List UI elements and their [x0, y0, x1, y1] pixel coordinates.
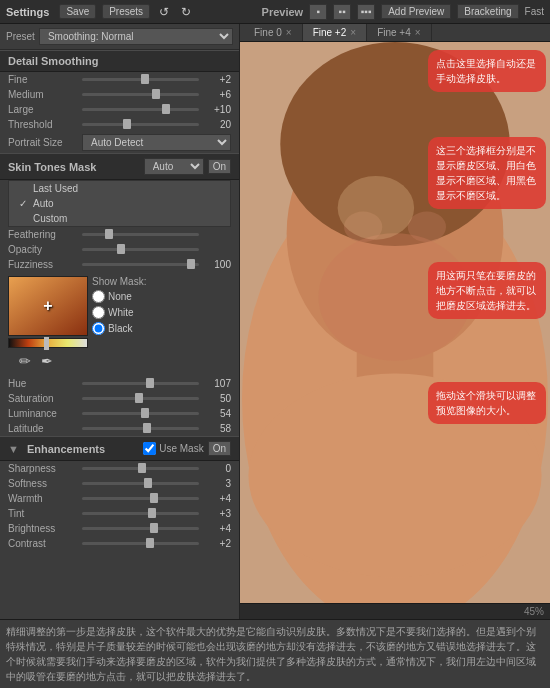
large-label: Large	[8, 104, 78, 115]
tab-fine-plus2[interactable]: Fine +2 ×	[303, 24, 367, 41]
tint-label: Tint	[8, 508, 78, 519]
warmth-value: +4	[203, 493, 231, 504]
enhancements-header: ▼ Enhancements Use Mask On	[0, 436, 239, 461]
opacity-label: Opacity	[8, 244, 78, 255]
fuzziness-thumb[interactable]	[187, 259, 195, 269]
tab-close-1[interactable]: ×	[350, 27, 356, 38]
contrast-slider-row: Contrast +2	[0, 536, 239, 551]
preset-row: Preset Smoothing: Normal	[0, 24, 239, 50]
opacity-thumb[interactable]	[117, 244, 125, 254]
brightness-slider[interactable]	[82, 527, 199, 530]
undo-icon[interactable]: ↺	[156, 5, 172, 19]
mask-black-radio[interactable]	[92, 322, 105, 335]
large-slider[interactable]	[82, 108, 199, 111]
split-view-icon[interactable]: ▪▪	[333, 4, 351, 20]
tint-slider[interactable]	[82, 512, 199, 515]
hue-gradient[interactable]	[8, 338, 88, 348]
redo-icon[interactable]: ↻	[178, 5, 194, 19]
warmth-label: Warmth	[8, 493, 78, 504]
saturation-slider[interactable]	[82, 397, 199, 400]
color-swatch[interactable]: +	[8, 276, 88, 336]
annotation-2: 这三个选择框分别是不显示磨皮区域、用白色显示不磨区域、用黑色显示不磨区域。	[428, 137, 546, 209]
bracketing-button[interactable]: Bracketing	[457, 4, 518, 19]
annotation-4: 拖动这个滑块可以调整预览图像的大小。	[428, 382, 546, 424]
latitude-thumb[interactable]	[143, 423, 151, 433]
opacity-slider-row: Opacity	[0, 242, 239, 257]
medium-slider[interactable]	[82, 93, 199, 96]
contrast-slider[interactable]	[82, 542, 199, 545]
enhancements-on-button[interactable]: On	[208, 441, 231, 456]
tools-row: ✏ ✒	[8, 350, 88, 372]
fast-label: Fast	[525, 6, 544, 17]
top-toolbar: Settings Save Presets ↺ ↻ Preview ▪ ▪▪ ▪…	[0, 0, 550, 24]
luminance-slider[interactable]	[82, 412, 199, 415]
large-thumb[interactable]	[162, 104, 170, 114]
single-view-icon[interactable]: ▪	[309, 4, 327, 20]
content-row: Preset Smoothing: Normal Detail Smoothin…	[0, 24, 550, 619]
tab-fine-plus4[interactable]: Fine +4 ×	[367, 24, 431, 41]
latitude-slider[interactable]	[82, 427, 199, 430]
eyedropper-tool[interactable]: ✏	[16, 352, 34, 370]
presets-button[interactable]: Presets	[102, 4, 150, 19]
tint-thumb[interactable]	[148, 508, 156, 518]
skin-tones-header: Skin Tones Mask Auto On	[0, 153, 239, 180]
mask-black-row: Black	[92, 322, 231, 335]
save-button[interactable]: Save	[59, 4, 96, 19]
dropdown-last-used[interactable]: Last Used	[9, 181, 230, 196]
color-cross-icon: +	[43, 297, 52, 315]
preview-panel: Fine 0 × Fine +2 × Fine +4 ×	[240, 24, 550, 619]
fine-slider[interactable]	[82, 78, 199, 81]
skin-on-button[interactable]: On	[208, 159, 231, 174]
dropdown-custom[interactable]: Custom	[9, 211, 230, 226]
portrait-size-select[interactable]: Auto Detect	[82, 134, 231, 151]
sharpness-slider[interactable]	[82, 467, 199, 470]
medium-value: +6	[203, 89, 231, 100]
eraser-tool[interactable]: ✒	[38, 352, 56, 370]
threshold-slider-row: Threshold 20	[0, 117, 239, 132]
add-preview-button[interactable]: Add Preview	[381, 4, 451, 19]
latitude-value: 58	[203, 423, 231, 434]
warmth-thumb[interactable]	[150, 493, 158, 503]
sharpness-thumb[interactable]	[138, 463, 146, 473]
hue-marker[interactable]	[44, 337, 49, 350]
preview-tabs: Fine 0 × Fine +2 × Fine +4 ×	[240, 24, 550, 42]
dropdown-auto[interactable]: ✓ Auto	[9, 196, 230, 211]
mask-white-radio[interactable]	[92, 306, 105, 319]
hue-thumb[interactable]	[146, 378, 154, 388]
luminance-thumb[interactable]	[141, 408, 149, 418]
feathering-thumb[interactable]	[105, 229, 113, 239]
warmth-slider[interactable]	[82, 497, 199, 500]
feathering-slider[interactable]	[82, 233, 199, 236]
brightness-slider-row: Brightness +4	[0, 521, 239, 536]
threshold-slider[interactable]	[82, 123, 199, 126]
contrast-thumb[interactable]	[146, 538, 154, 548]
softness-thumb[interactable]	[144, 478, 152, 488]
fine-thumb[interactable]	[141, 74, 149, 84]
fuzziness-slider[interactable]	[82, 263, 199, 266]
zoom-label: 45%	[524, 606, 544, 617]
grid-view-icon[interactable]: ▪▪▪	[357, 4, 375, 20]
feathering-label: Feathering	[8, 229, 78, 240]
softness-value: 3	[203, 478, 231, 489]
use-mask-checkbox-row: Use Mask	[143, 442, 203, 455]
brightness-thumb[interactable]	[150, 523, 158, 533]
skin-tones-select[interactable]: Auto	[144, 158, 204, 175]
saturation-thumb[interactable]	[135, 393, 143, 403]
tab-close-0[interactable]: ×	[286, 27, 292, 38]
show-mask-panel: Show Mask: None White Black	[92, 276, 231, 335]
tab-close-2[interactable]: ×	[415, 27, 421, 38]
tab-fine-0[interactable]: Fine 0 ×	[244, 24, 303, 41]
use-mask-checkbox[interactable]	[143, 442, 156, 455]
preset-select[interactable]: Smoothing: Normal	[39, 28, 233, 45]
medium-thumb[interactable]	[152, 89, 160, 99]
fuzziness-label: Fuzziness	[8, 259, 78, 270]
mask-none-radio[interactable]	[92, 290, 105, 303]
hue-slider[interactable]	[82, 382, 199, 385]
preset-label: Preset	[6, 31, 35, 42]
threshold-thumb[interactable]	[123, 119, 131, 129]
softness-slider[interactable]	[82, 482, 199, 485]
detail-smoothing-header: Detail Smoothing	[0, 50, 239, 72]
threshold-value: 20	[203, 119, 231, 130]
opacity-slider[interactable]	[82, 248, 199, 251]
preview-image-area: 点击这里选择自动还是手动选择皮肤。 这三个选择框分别是不显示磨皮区域、用白色显示…	[240, 42, 550, 603]
